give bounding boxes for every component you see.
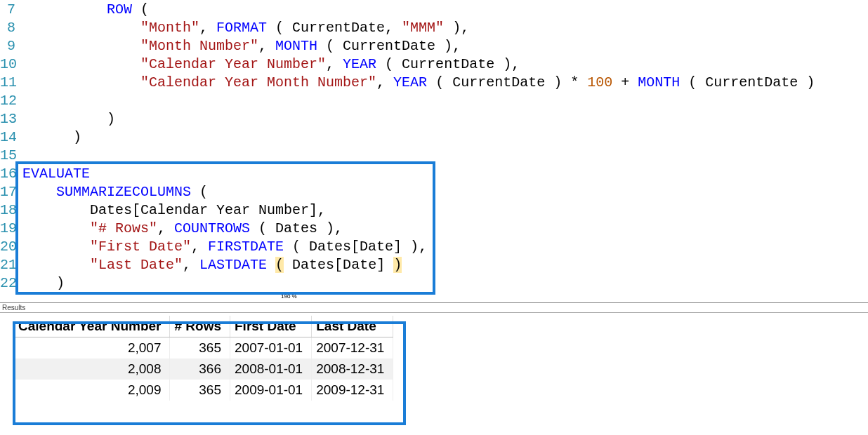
code-content[interactable]: ROW ( <box>20 1 149 18</box>
code-content[interactable]: "Calendar Year Number", YEAR ( CurrentDa… <box>20 56 520 72</box>
code-line[interactable]: 19 "# Rows", COUNTROWS ( Dates ), <box>0 219 868 237</box>
code-line[interactable]: 10 "Calendar Year Number", YEAR ( Curren… <box>0 55 868 73</box>
code-content[interactable] <box>20 147 31 163</box>
table-cell: 2,009 <box>14 380 170 401</box>
code-content[interactable]: "Month Number", MONTH ( CurrentDate ), <box>20 38 461 54</box>
code-content[interactable] <box>20 93 31 109</box>
table-cell: 2009-12-31 <box>312 380 393 401</box>
table-cell: 2009-01-01 <box>230 380 312 401</box>
code-line[interactable]: 20 "First Date", FIRSTDATE ( Dates[Date]… <box>0 237 868 255</box>
zoom-level: 190 % <box>281 293 868 300</box>
code-content[interactable]: EVALUATE <box>20 166 90 182</box>
code-line[interactable]: 8 "Month", FORMAT ( CurrentDate, "MMM" )… <box>0 18 868 36</box>
line-number: 12 <box>0 93 20 109</box>
column-header[interactable]: # Rows <box>170 316 230 337</box>
code-content[interactable]: "First Date", FIRSTDATE ( Dates[Date] ), <box>20 239 427 255</box>
table-cell: 365 <box>170 380 230 401</box>
table-row[interactable]: 2,0083662008-01-012008-12-31 <box>14 359 393 380</box>
column-header[interactable]: Last Date <box>312 316 393 337</box>
line-number: 14 <box>0 129 20 145</box>
line-number: 20 <box>0 239 20 255</box>
line-number: 15 <box>0 147 20 163</box>
table-cell: 2008-01-01 <box>230 359 312 380</box>
code-content[interactable]: SUMMARIZECOLUMNS ( <box>20 184 208 200</box>
code-editor[interactable]: 7 ROW (8 "Month", FORMAT ( CurrentDate, … <box>0 0 868 292</box>
code-line[interactable]: 14 ) <box>0 128 868 146</box>
table-cell: 365 <box>170 337 230 359</box>
code-line[interactable]: 22 ) <box>0 274 868 292</box>
code-content[interactable]: Dates[Calendar Year Number], <box>20 202 326 218</box>
table-cell: 2,007 <box>14 337 170 359</box>
code-content[interactable]: ) <box>20 129 81 145</box>
code-line[interactable]: 16EVALUATE <box>0 164 868 182</box>
code-content[interactable]: ) <box>20 275 65 291</box>
code-line[interactable]: 15 <box>0 146 868 164</box>
code-line[interactable]: 9 "Month Number", MONTH ( CurrentDate ), <box>0 36 868 55</box>
column-header[interactable]: First Date <box>230 316 312 337</box>
table-cell: 366 <box>170 359 230 380</box>
results-table[interactable]: Calendar Year Number# RowsFirst DateLast… <box>14 316 393 401</box>
table-cell: 2007-12-31 <box>312 337 393 359</box>
code-line[interactable]: 7 ROW ( <box>0 0 868 18</box>
line-number: 9 <box>0 38 20 54</box>
line-number: 11 <box>0 74 20 91</box>
line-number: 22 <box>0 275 20 291</box>
code-content[interactable]: "Last Date", LASTDATE ( Dates[Date] ) <box>20 257 402 273</box>
code-content[interactable]: "Month", FORMAT ( CurrentDate, "MMM" ), <box>20 20 469 36</box>
code-line[interactable]: 11 "Calendar Year Month Number", YEAR ( … <box>0 73 868 91</box>
code-line[interactable]: 18 Dates[Calendar Year Number], <box>0 201 868 219</box>
line-number: 16 <box>0 166 20 182</box>
code-line[interactable]: 12 <box>0 91 868 109</box>
line-number: 21 <box>0 257 20 273</box>
line-number: 19 <box>0 220 20 236</box>
table-cell: 2007-01-01 <box>230 337 312 359</box>
table-cell: 2,008 <box>14 359 170 380</box>
line-number: 17 <box>0 184 20 200</box>
code-line[interactable]: 17 SUMMARIZECOLUMNS ( <box>0 182 868 201</box>
table-cell: 2008-12-31 <box>312 359 393 380</box>
line-number: 7 <box>0 1 20 18</box>
line-number: 13 <box>0 111 20 127</box>
line-number: 18 <box>0 202 20 218</box>
code-content[interactable]: "# Rows", COUNTROWS ( Dates ), <box>20 220 343 236</box>
results-tab[interactable]: Results <box>0 303 868 313</box>
table-row[interactable]: 2,0073652007-01-012007-12-31 <box>14 337 393 359</box>
table-row[interactable]: 2,0093652009-01-012009-12-31 <box>14 380 393 401</box>
code-line[interactable]: 21 "Last Date", LASTDATE ( Dates[Date] ) <box>0 255 868 274</box>
code-line[interactable]: 13 ) <box>0 109 868 128</box>
code-content[interactable]: ) <box>20 111 115 127</box>
line-number: 8 <box>0 20 20 36</box>
code-content[interactable]: "Calendar Year Month Number", YEAR ( Cur… <box>20 74 815 91</box>
results-pane: Calendar Year Number# RowsFirst DateLast… <box>0 313 868 401</box>
line-number: 10 <box>0 56 20 72</box>
column-header[interactable]: Calendar Year Number <box>14 316 170 337</box>
